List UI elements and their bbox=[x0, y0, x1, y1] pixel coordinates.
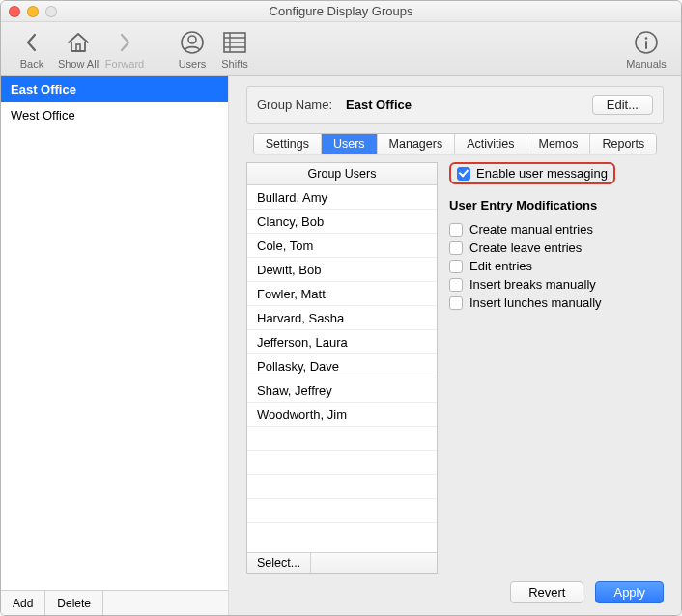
option-create-leave[interactable]: Create leave entries bbox=[449, 238, 664, 257]
option-insert-breaks[interactable]: Insert breaks manually bbox=[449, 275, 664, 294]
list-item[interactable]: Fowler, Matt bbox=[247, 282, 437, 306]
group-users-body[interactable]: Bullard, Amy Clancy, Bob Cole, Tom Dewit… bbox=[247, 185, 437, 552]
checkbox[interactable] bbox=[449, 223, 463, 237]
checkbox[interactable] bbox=[449, 260, 463, 273]
add-button[interactable]: Add bbox=[1, 591, 45, 615]
manuals-label: Manuals bbox=[626, 58, 667, 70]
list-item[interactable]: Cole, Tom bbox=[247, 234, 437, 258]
shifts-button[interactable]: Shifts bbox=[213, 28, 256, 70]
list-icon bbox=[222, 28, 247, 57]
toolbar: Back Show All Forward Users bbox=[1, 22, 681, 76]
list-item-empty: . bbox=[247, 499, 437, 523]
chevron-right-icon bbox=[116, 28, 133, 57]
option-label: Insert breaks manually bbox=[469, 277, 596, 292]
option-insert-lunches[interactable]: Insert lunches manually bbox=[449, 294, 664, 312]
user-icon bbox=[180, 28, 205, 57]
users-label: Users bbox=[179, 58, 207, 70]
svg-point-2 bbox=[188, 36, 196, 43]
edit-button[interactable]: Edit... bbox=[592, 95, 653, 115]
sidebar-list: East Office West Office bbox=[1, 76, 228, 590]
option-label: Edit entries bbox=[469, 259, 532, 273]
forward-label: Forward bbox=[105, 58, 144, 70]
sidebar-footer: Add Delete bbox=[1, 590, 228, 615]
chevron-left-icon bbox=[23, 28, 41, 57]
home-icon bbox=[66, 28, 91, 57]
info-icon bbox=[634, 28, 659, 57]
manuals-button[interactable]: Manuals bbox=[621, 28, 671, 70]
option-create-manual[interactable]: Create manual entries bbox=[449, 220, 664, 238]
delete-button[interactable]: Delete bbox=[45, 591, 103, 615]
sidebar-footer-spacer bbox=[103, 591, 228, 615]
forward-button[interactable]: Forward bbox=[103, 28, 146, 70]
show-all-label: Show All bbox=[58, 58, 99, 70]
group-users-list: Group Users Bullard, Amy Clancy, Bob Col… bbox=[246, 162, 438, 574]
sidebar-item-west-office[interactable]: West Office bbox=[1, 102, 228, 128]
svg-rect-0 bbox=[76, 44, 80, 51]
footer: Revert Apply bbox=[246, 574, 664, 603]
checkbox[interactable] bbox=[449, 278, 463, 292]
user-entry-mod-header: User Entry Modifications bbox=[449, 198, 664, 212]
tab-memos[interactable]: Memos bbox=[526, 134, 590, 154]
group-users-header: Group Users bbox=[247, 163, 437, 185]
list-item[interactable]: Jefferson, Laura bbox=[247, 330, 437, 354]
list-item[interactable]: Bullard, Amy bbox=[247, 185, 437, 210]
select-button[interactable]: Select... bbox=[247, 553, 311, 573]
checkbox[interactable] bbox=[449, 241, 463, 255]
tab-reports[interactable]: Reports bbox=[590, 134, 656, 154]
close-icon[interactable] bbox=[9, 6, 20, 17]
minimize-icon[interactable] bbox=[27, 6, 39, 17]
option-label: Create leave entries bbox=[469, 240, 582, 255]
list-item[interactable]: Harvard, Sasha bbox=[247, 306, 437, 330]
titlebar: Configure Display Groups bbox=[1, 1, 681, 22]
window-controls bbox=[9, 6, 57, 17]
main-panel: Group Name: East Office Edit... Settings… bbox=[229, 76, 681, 615]
back-button[interactable]: Back bbox=[11, 28, 53, 70]
group-name-label: Group Name: bbox=[257, 98, 332, 112]
list-item[interactable]: Dewitt, Bob bbox=[247, 258, 437, 282]
window-title: Configure Display Groups bbox=[270, 4, 413, 18]
group-name-value: East Office bbox=[346, 98, 412, 112]
list-item[interactable]: Shaw, Jeffrey bbox=[247, 378, 437, 403]
sidebar-item-east-office[interactable]: East Office bbox=[1, 76, 228, 102]
apply-button[interactable]: Apply bbox=[595, 581, 664, 603]
options-column: Enable user messaging User Entry Modific… bbox=[449, 162, 664, 574]
zoom-icon[interactable] bbox=[45, 6, 57, 17]
option-label: Create manual entries bbox=[469, 222, 593, 237]
tab-activities[interactable]: Activities bbox=[455, 134, 526, 154]
tab-bar: Settings Users Managers Activities Memos… bbox=[246, 133, 664, 154]
list-item[interactable]: Pollasky, Dave bbox=[247, 354, 437, 378]
show-all-button[interactable]: Show All bbox=[53, 28, 103, 70]
tab-users[interactable]: Users bbox=[322, 134, 378, 154]
tab-panel: Group Users Bullard, Amy Clancy, Bob Col… bbox=[246, 162, 664, 574]
list-item-empty: . bbox=[247, 451, 437, 475]
enable-messaging-label: Enable user messaging bbox=[476, 166, 608, 181]
checkbox[interactable] bbox=[449, 296, 463, 310]
list-item[interactable]: Clancy, Bob bbox=[247, 210, 437, 234]
enable-messaging-checkbox[interactable] bbox=[457, 167, 470, 181]
tab-settings[interactable]: Settings bbox=[254, 134, 322, 154]
back-label: Back bbox=[20, 58, 43, 70]
group-name-row: Group Name: East Office Edit... bbox=[246, 86, 664, 124]
option-label: Insert lunches manually bbox=[469, 295, 602, 310]
users-button[interactable]: Users bbox=[171, 28, 213, 70]
shifts-label: Shifts bbox=[221, 58, 248, 70]
window: Configure Display Groups Back Show All bbox=[0, 0, 682, 616]
list-item-empty: . bbox=[247, 475, 437, 499]
svg-point-9 bbox=[645, 37, 648, 40]
enable-messaging-row[interactable]: Enable user messaging bbox=[449, 162, 615, 184]
sidebar: East Office West Office Add Delete bbox=[1, 76, 229, 615]
revert-button[interactable]: Revert bbox=[510, 581, 583, 603]
list-item-empty: . bbox=[247, 427, 437, 451]
list-item[interactable]: Woodworth, Jim bbox=[247, 403, 437, 427]
tab-managers[interactable]: Managers bbox=[378, 134, 456, 154]
content: East Office West Office Add Delete Group… bbox=[1, 76, 681, 615]
option-edit-entries[interactable]: Edit entries bbox=[449, 257, 664, 275]
